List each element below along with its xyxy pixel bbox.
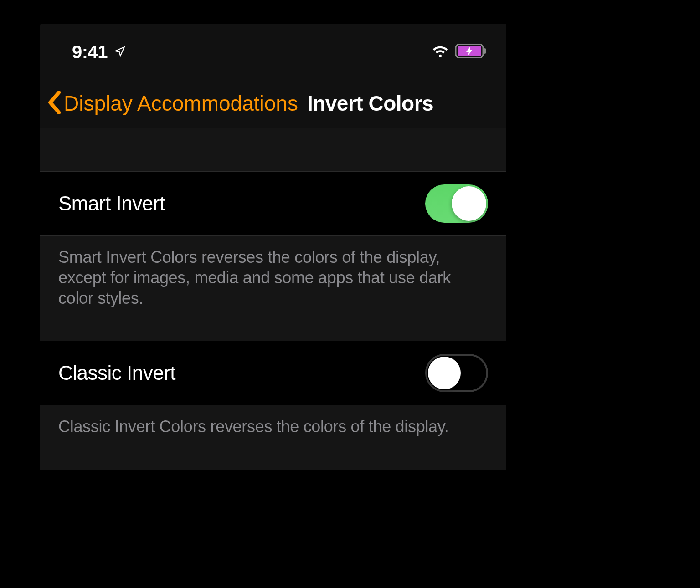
nav-back-button[interactable]: Display Accommodations — [64, 91, 298, 116]
section-gap — [40, 331, 506, 341]
settings-row-classic-invert: Classic Invert — [40, 341, 506, 405]
nav-bar: Display Accommodations Invert Colors — [40, 74, 506, 128]
status-time: 9:41 — [72, 42, 108, 62]
svg-rect-2 — [484, 48, 486, 54]
status-right — [432, 44, 486, 60]
section-spacer — [40, 128, 506, 172]
toggle-knob-icon — [452, 186, 486, 221]
classic-invert-toggle[interactable] — [425, 354, 488, 392]
location-arrow-icon — [112, 45, 126, 59]
settings-screen: 9:41 — [40, 24, 506, 470]
status-bar: 9:41 — [40, 24, 506, 74]
wifi-icon — [432, 45, 449, 59]
battery-charging-icon — [455, 44, 486, 60]
chevron-back-icon[interactable] — [46, 91, 62, 116]
smart-invert-toggle[interactable] — [425, 184, 488, 223]
classic-invert-label: Classic Invert — [58, 362, 175, 384]
status-left: 9:41 — [72, 42, 126, 62]
smart-invert-description: Smart Invert Colors reverses the colors … — [40, 236, 506, 331]
settings-row-smart-invert: Smart Invert — [40, 172, 506, 236]
classic-invert-description: Classic Invert Colors reverses the color… — [40, 405, 506, 470]
nav-title: Invert Colors — [307, 91, 433, 116]
smart-invert-label: Smart Invert — [58, 192, 165, 215]
toggle-knob-icon — [428, 357, 461, 389]
